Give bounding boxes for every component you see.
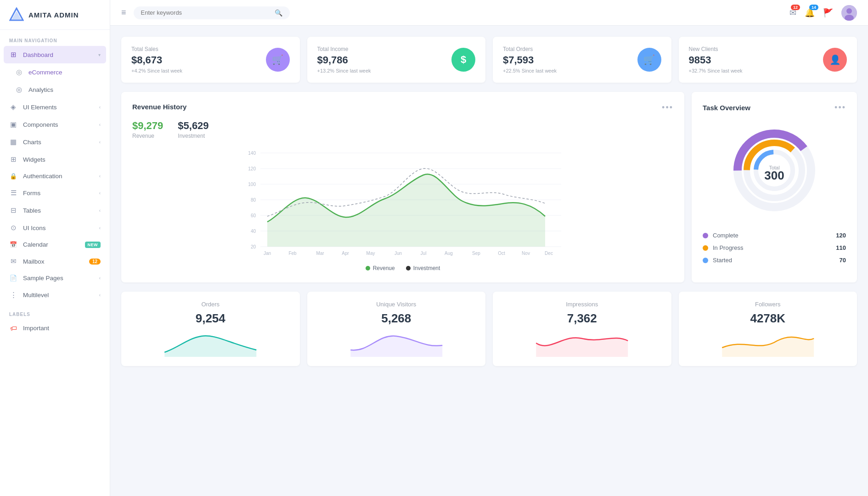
sidebar-item-label: Sample Pages	[23, 275, 63, 282]
legend-revenue: Revenue	[366, 265, 395, 271]
topbar: ≡ 🔍 ✉ 12 🔔 14 🚩	[110, 0, 868, 26]
stat-info: New Clients 9853 +32.7% Since last week	[689, 46, 743, 73]
started-label: Started	[713, 257, 732, 264]
chart-options-button[interactable]: •••	[662, 103, 673, 113]
stat-card-new-clients: New Clients 9853 +32.7% Since last week …	[679, 37, 857, 83]
sidebar-item-dashboard[interactable]: ⊞ Dashboard ▾	[4, 46, 106, 63]
svg-text:Apr: Apr	[342, 251, 349, 256]
chevron-right-icon: ‹	[99, 276, 101, 281]
donut-chart-svg: Total 300	[724, 120, 825, 221]
label-icon: 🏷	[9, 324, 17, 332]
task-card-header: Task Overview •••	[703, 103, 846, 113]
sidebar-item-multilevel[interactable]: ⋮ Multilevel ‹	[0, 286, 110, 304]
sidebar-item-authentication[interactable]: 🔒 Authentication ‹	[0, 168, 110, 184]
investment-label: Investment	[178, 133, 209, 139]
chevron-right-icon: ‹	[99, 191, 101, 196]
legend-investment-label: Investment	[413, 265, 440, 271]
sidebar-item-widgets[interactable]: ⊞ Widgets	[0, 151, 110, 168]
sidebar-item-label: Charts	[23, 139, 41, 146]
stat-value: 9853	[689, 54, 743, 66]
in-progress-label: In Progress	[713, 244, 743, 251]
mail-icon: ✉	[9, 257, 17, 265]
visitors-label: Unique Visitors	[376, 301, 416, 308]
bottom-card-impressions: Impressions 7,362	[493, 292, 671, 366]
pages-icon: 📄	[9, 275, 17, 282]
svg-text:Oct: Oct	[498, 251, 505, 256]
logo-text: AMITA ADMIN	[28, 11, 79, 19]
svg-text:Mar: Mar	[316, 251, 324, 256]
stat-label: New Clients	[689, 46, 743, 52]
flag-button[interactable]: 🚩	[823, 8, 833, 18]
revenue-value: $9,279	[132, 120, 163, 132]
task-legend-in-progress: In Progress 110	[703, 244, 846, 251]
sidebar-item-label: Dashboard	[23, 51, 53, 58]
sidebar-item-mailbox[interactable]: ✉ Mailbox 12	[0, 253, 110, 270]
sidebar-item-charts[interactable]: ▦ Charts ‹	[0, 133, 110, 151]
topbar-actions: ✉ 12 🔔 14 🚩	[789, 5, 857, 21]
labels-section-label: LABELS	[0, 304, 110, 320]
stat-label: Total Income	[317, 46, 371, 52]
followers-label: Followers	[755, 301, 781, 308]
stat-change: +32.7% Since last week	[689, 68, 743, 73]
legend-revenue-label: Revenue	[373, 265, 395, 271]
legend-investment: Investment	[406, 265, 440, 271]
stat-card-total-sales: Total Sales $8,673 +4.2% Since last week…	[121, 37, 300, 83]
donut-chart-container: Total 300	[703, 120, 846, 221]
task-legend-complete: Complete 120	[703, 232, 846, 239]
hamburger-menu-button[interactable]: ≡	[121, 8, 126, 17]
bottom-row: Orders 9,254 Unique Visitors 5,268 Impre…	[121, 292, 857, 366]
user-avatar[interactable]	[841, 5, 857, 21]
task-options-button[interactable]: •••	[834, 103, 846, 113]
stat-icon-circle: 👤	[823, 48, 847, 72]
followers-value: 4278K	[750, 311, 785, 326]
revenue-stats: $9,279 Revenue $5,629 Investment	[132, 120, 673, 139]
svg-text:100: 100	[248, 182, 256, 187]
sidebar-item-label: UI Elements	[23, 104, 57, 111]
svg-text:60: 60	[251, 213, 256, 218]
visitors-value: 5,268	[381, 311, 411, 326]
widgets-icon: ⊞	[9, 155, 17, 163]
sidebar-item-forms[interactable]: ☰ Forms ‹	[0, 184, 110, 202]
sidebar-item-ecommerce[interactable]: ◎ eCommerce	[0, 63, 110, 81]
sidebar-item-calendar[interactable]: 📅 Calendar NEW	[0, 237, 110, 253]
revenue-chart-svg: 140 120 100 80 60 40 20 Jan	[132, 148, 673, 259]
sidebar-item-analytics[interactable]: ◎ Analytics	[0, 81, 110, 98]
mail-notification-button[interactable]: ✉ 12	[789, 8, 796, 18]
stat-info: Total Orders $7,593 +22.5% Since last we…	[503, 46, 557, 73]
sidebar-item-ui-icons[interactable]: ⊙ UI Icons ‹	[0, 219, 110, 237]
followers-chart	[689, 329, 847, 357]
sidebar-item-ui-elements[interactable]: ◈ UI Elements ‹	[0, 98, 110, 116]
stat-icon-circle: 🛒	[266, 48, 290, 72]
stat-card-total-income: Total Income $9,786 +13.2% Since last we…	[307, 37, 486, 83]
svg-text:80: 80	[251, 197, 256, 203]
revenue-label: Revenue	[132, 133, 163, 139]
chevron-right-icon: ‹	[99, 225, 101, 231]
dashboard-icon: ⊞	[9, 51, 17, 59]
dollar-icon: $	[461, 54, 466, 66]
sidebar-item-label: Forms	[23, 190, 40, 197]
search-input[interactable]	[141, 9, 271, 16]
svg-text:Sep: Sep	[472, 251, 480, 256]
chevron-right-icon: ‹	[99, 174, 101, 179]
stat-change: +22.5% Since last week	[503, 68, 557, 73]
svg-text:Dec: Dec	[545, 251, 553, 256]
stat-icon-circle: $	[451, 48, 475, 72]
stat-icon-circle: 🛒	[637, 48, 661, 72]
sidebar-item-sample-pages[interactable]: 📄 Sample Pages ‹	[0, 270, 110, 286]
svg-text:Jun: Jun	[395, 251, 402, 256]
investment-dot	[406, 266, 411, 271]
chevron-right-icon: ‹	[99, 105, 101, 110]
revenue-dot	[366, 266, 370, 271]
svg-text:140: 140	[248, 151, 256, 156]
orders-label: Orders	[201, 301, 220, 308]
sidebar-item-important[interactable]: 🏷 Important	[0, 320, 110, 337]
started-dot	[703, 258, 708, 263]
sidebar-item-label: Widgets	[23, 156, 45, 163]
content-area: Total Sales $8,673 +4.2% Since last week…	[110, 26, 868, 496]
sidebar-item-tables[interactable]: ⊟ Tables ‹	[0, 202, 110, 219]
stat-info: Total Income $9,786 +13.2% Since last we…	[317, 46, 371, 73]
chevron-right-icon: ‹	[99, 122, 101, 127]
sidebar-item-components[interactable]: ▣ Components ‹	[0, 116, 110, 133]
bell-notification-button[interactable]: 🔔 14	[805, 8, 815, 18]
sidebar-item-label: Important	[23, 325, 49, 332]
